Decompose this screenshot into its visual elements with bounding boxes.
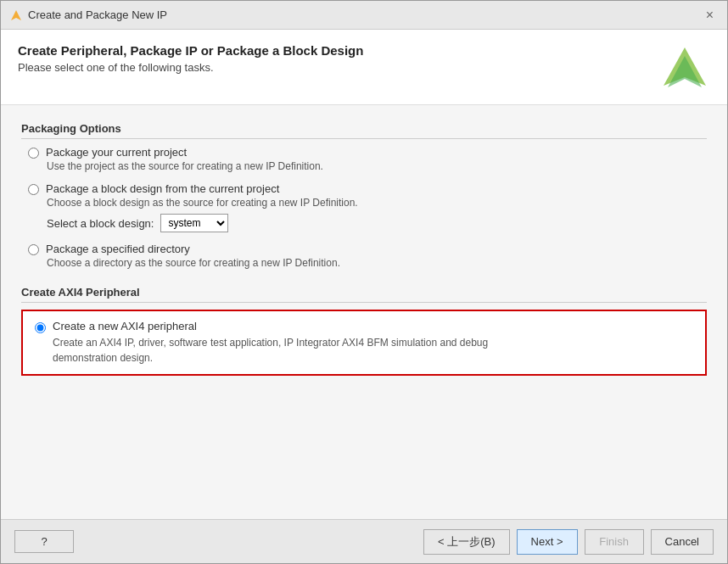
close-button[interactable]: × (701, 7, 719, 24)
content-area: Packaging Options Package your current p… (1, 105, 727, 519)
pkg-dir-subtext: Choose a directory as the source for cre… (47, 257, 707, 269)
back-button[interactable]: < 上一步(B) (423, 529, 510, 555)
header-section: Create Peripheral, Package IP or Package… (1, 30, 727, 105)
footer-right: < 上一步(B) Next > Finish Cancel (423, 529, 714, 555)
pkg-dir-text: Package a specified directory (46, 243, 190, 255)
axi4-main-label: Create a new AXI4 peripheral (53, 320, 488, 332)
pkg-project-radio[interactable] (28, 148, 39, 159)
svg-marker-0 (11, 10, 21, 20)
finish-button[interactable]: Finish (585, 529, 644, 555)
header-title: Create Peripheral, Package IP or Package… (18, 43, 363, 58)
pkg-project-item: Package your current project Use the pro… (28, 146, 707, 172)
pkg-dir-label[interactable]: Package a specified directory (28, 243, 707, 255)
header-subtitle: Please select one of the following tasks… (18, 61, 363, 74)
packaging-options-title: Packaging Options (21, 122, 707, 139)
block-design-label: Select a block design: (47, 217, 154, 230)
xilinx-logo (659, 43, 710, 94)
axi4-text-block: Create a new AXI4 peripheral Create an A… (53, 320, 488, 366)
axi4-section-title: Create AXI4 Peripheral (21, 286, 707, 303)
axi4-sub-text: Create an AXI4 IP, driver, software test… (53, 335, 488, 366)
pkg-dir-radio[interactable] (28, 244, 39, 255)
block-design-row: Select a block design: system (47, 214, 707, 232)
block-design-select[interactable]: system (160, 214, 228, 232)
title-bar-left: Create and Package New IP (9, 8, 167, 22)
axi4-box: Create a new AXI4 peripheral Create an A… (21, 310, 707, 376)
footer-left: ? (14, 530, 74, 553)
header-text: Create Peripheral, Package IP or Package… (18, 43, 363, 74)
help-button[interactable]: ? (14, 530, 74, 553)
packaging-options-section: Packaging Options Package your current p… (21, 122, 707, 269)
title-bar: Create and Package New IP × (1, 1, 727, 30)
pkg-block-item: Package a block design from the current … (28, 182, 707, 232)
packaging-radio-group: Package your current project Use the pro… (28, 146, 707, 269)
cancel-button[interactable]: Cancel (651, 529, 714, 555)
pkg-block-label[interactable]: Package a block design from the current … (28, 182, 707, 195)
pkg-block-subtext: Choose a block design as the source for … (47, 197, 707, 209)
app-icon (9, 8, 23, 22)
dialog: Create and Package New IP × Create Perip… (0, 0, 728, 564)
next-button[interactable]: Next > (517, 529, 578, 555)
pkg-dir-item: Package a specified directory Choose a d… (28, 243, 707, 269)
axi4-new-radio[interactable] (35, 322, 46, 333)
axi4-radio-item: Create a new AXI4 peripheral Create an A… (35, 320, 693, 366)
pkg-block-text: Package a block design from the current … (46, 182, 279, 195)
axi4-section: Create AXI4 Peripheral Create a new AXI4… (21, 286, 707, 376)
title-text: Create and Package New IP (28, 8, 167, 21)
pkg-project-label[interactable]: Package your current project (28, 146, 707, 159)
pkg-project-text: Package your current project (46, 146, 187, 159)
pkg-project-subtext: Use the project as the source for creati… (47, 160, 707, 172)
pkg-block-radio[interactable] (28, 184, 39, 195)
footer: ? < 上一步(B) Next > Finish Cancel (1, 519, 727, 563)
